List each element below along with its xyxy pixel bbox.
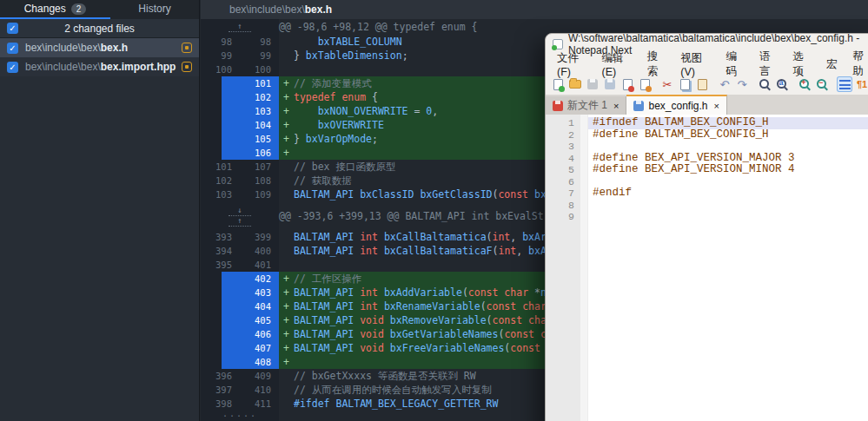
diff-gutter[interactable]: 403 bbox=[201, 286, 279, 299]
menu-item[interactable]: 文件(F) bbox=[549, 51, 594, 78]
diff-gutter[interactable]: 105 bbox=[201, 132, 279, 146]
diff-gutter[interactable]: 396409 bbox=[201, 369, 279, 383]
expand-down-icon[interactable]: ↓ bbox=[229, 206, 250, 216]
diff-new-line-number: 103 bbox=[240, 104, 279, 118]
document-tab[interactable]: bex_config.h× bbox=[626, 95, 727, 115]
copy-icon[interactable] bbox=[677, 76, 692, 92]
diff-gutter[interactable]: 102 bbox=[201, 90, 279, 104]
diff-gutter[interactable]: 103 bbox=[201, 104, 279, 118]
find-icon[interactable] bbox=[757, 76, 772, 92]
replace-icon[interactable]: a bbox=[774, 76, 790, 92]
close-all-icon[interactable] bbox=[637, 76, 653, 92]
show-all-characters-icon[interactable]: ¶1 bbox=[854, 76, 868, 92]
code-line bbox=[588, 200, 868, 212]
code-token: , bbox=[516, 245, 528, 257]
menu-item[interactable]: 帮助 bbox=[845, 49, 868, 79]
diff-code: // bex 接口函数原型 bbox=[294, 160, 395, 174]
diff-gutter[interactable]: 407 bbox=[201, 341, 279, 355]
diff-gutter[interactable]: 395401 bbox=[201, 258, 279, 272]
expand-up-icon[interactable]: ↑ bbox=[229, 216, 250, 227]
diff-old-line-number bbox=[201, 355, 240, 369]
save-icon[interactable] bbox=[585, 76, 600, 92]
undo-icon[interactable]: ↶ bbox=[717, 76, 732, 92]
diff-gutter[interactable]: 103109 bbox=[201, 187, 279, 201]
new-file-icon[interactable] bbox=[550, 76, 566, 92]
desktop: Changes 2 History ✓ 2 changed files ✓bex… bbox=[0, 0, 868, 421]
expand-up-icon[interactable]: ↑ bbox=[229, 22, 250, 32]
diff-new-line-number: 101 bbox=[240, 76, 279, 90]
document-tab[interactable]: 新文件 1× bbox=[546, 96, 626, 115]
code-token: , bbox=[432, 105, 438, 117]
cut-icon[interactable]: ✂ bbox=[659, 76, 675, 92]
diff-gutter[interactable]: 9999 bbox=[201, 49, 279, 62]
code-token: BALTAM_API bbox=[294, 286, 360, 299]
diff-gutter[interactable]: 9898 bbox=[201, 35, 279, 49]
code-line: #endif bbox=[588, 187, 868, 200]
diff-new-line-number: 404 bbox=[240, 299, 279, 313]
diff-new-line-number: 410 bbox=[240, 383, 279, 397]
close-tab-icon[interactable]: × bbox=[714, 101, 719, 111]
code-token: bxCallBaltamatica bbox=[378, 231, 487, 243]
document-tab-label: 新文件 1 bbox=[567, 98, 607, 113]
diff-gutter[interactable]: 404 bbox=[201, 299, 279, 313]
expand-dots-icon[interactable]: ····· bbox=[222, 413, 257, 420]
close-tab-icon[interactable]: × bbox=[613, 101, 619, 111]
diff-gutter[interactable]: 408 bbox=[201, 355, 279, 369]
code-token: BALTAM_API bbox=[294, 314, 360, 326]
file-row[interactable]: ✓bex\include\bex\bex.h bbox=[0, 38, 199, 57]
menu-item[interactable]: 编码 bbox=[718, 49, 752, 79]
redo-icon[interactable]: ↷ bbox=[734, 76, 750, 92]
file-include-checkbox[interactable]: ✓ bbox=[7, 62, 18, 73]
diff-gutter[interactable]: 406 bbox=[201, 327, 279, 341]
open-folder-icon[interactable] bbox=[567, 76, 583, 92]
diff-gutter[interactable]: 101107 bbox=[201, 160, 279, 174]
line-number: 5 bbox=[546, 164, 574, 176]
diff-code: // 获取数据 bbox=[294, 174, 352, 187]
menu-item[interactable]: 视图(V) bbox=[673, 51, 718, 78]
close-icon[interactable] bbox=[620, 76, 635, 92]
document-tab-label: bex_config.h bbox=[648, 100, 707, 112]
tab-changes[interactable]: Changes 2 bbox=[0, 0, 110, 19]
menu-item[interactable]: 搜索 bbox=[639, 49, 673, 79]
file-row[interactable]: ✓bex\include\bex\bex.import.hpp bbox=[0, 57, 199, 76]
line-number: 8 bbox=[546, 200, 574, 212]
editor-area[interactable]: 123456789 #ifndef BALTAM_BEX_CONFIG_H#de… bbox=[546, 115, 868, 421]
diff-gutter[interactable]: 405 bbox=[201, 313, 279, 327]
diff-new-line-number: 402 bbox=[240, 272, 279, 286]
zoom-in-icon[interactable]: + bbox=[797, 76, 812, 92]
diff-gutter[interactable]: 397410 bbox=[201, 383, 279, 397]
file-include-checkbox[interactable]: ✓ bbox=[7, 43, 18, 54]
zoom-out-icon[interactable]: − bbox=[814, 76, 830, 92]
diff-gutter[interactable]: 398411 bbox=[201, 397, 279, 411]
diff-gutter[interactable]: 102108 bbox=[201, 174, 279, 187]
code-token: int bbox=[360, 231, 378, 243]
save-all-icon[interactable] bbox=[602, 76, 618, 92]
diff-line-marker: + bbox=[279, 104, 294, 118]
menu-item[interactable]: 宏 bbox=[818, 57, 845, 72]
code-token: typedef enum bbox=[294, 91, 366, 103]
diff-gutter[interactable]: 104 bbox=[201, 118, 279, 132]
diff-old-line-number bbox=[201, 313, 240, 327]
code-line bbox=[588, 211, 868, 223]
paste-icon[interactable] bbox=[694, 76, 710, 92]
changes-sidebar: Changes 2 History ✓ 2 changed files ✓bex… bbox=[0, 0, 200, 421]
code-line: #define BALTAM_BEX_CONFIG_H bbox=[588, 129, 868, 141]
menu-item[interactable]: 编辑(E) bbox=[594, 51, 639, 78]
diff-new-line-number: 401 bbox=[240, 258, 279, 272]
code-line: #define BEX_API_VERSION_MAJOR 3 bbox=[588, 153, 868, 165]
diff-gutter[interactable]: 394400 bbox=[201, 244, 279, 258]
diff-gutter[interactable]: 100100 bbox=[201, 62, 279, 76]
word-wrap-icon[interactable] bbox=[837, 76, 852, 92]
diff-gutter[interactable]: 393399 bbox=[201, 230, 279, 244]
menu-item[interactable]: 选项 bbox=[785, 49, 818, 79]
diff-code: // 工作区操作 bbox=[294, 272, 361, 286]
diff-gutter[interactable]: 402 bbox=[201, 272, 279, 286]
diff-new-line-number: 100 bbox=[240, 62, 279, 76]
menu-item[interactable]: 语言 bbox=[752, 49, 785, 79]
tab-history[interactable]: History bbox=[110, 0, 199, 19]
editor-text-area[interactable]: #ifndef BALTAM_BEX_CONFIG_H#define BALTA… bbox=[588, 115, 868, 421]
diff-code: // 从而在调用的时候会自动触发写入时复制 bbox=[294, 383, 492, 397]
diff-gutter[interactable]: 101 bbox=[201, 76, 279, 90]
line-number: 4 bbox=[546, 153, 574, 165]
diff-gutter[interactable]: 106 bbox=[201, 146, 279, 160]
